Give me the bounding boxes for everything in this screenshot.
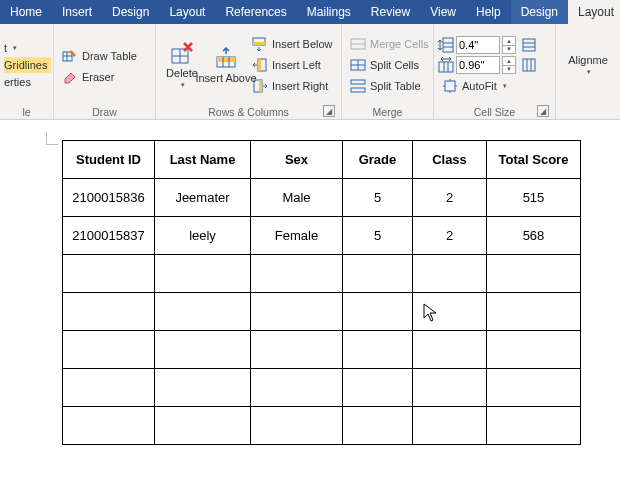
tab-references[interactable]: References bbox=[215, 0, 296, 24]
table-cell[interactable] bbox=[251, 407, 343, 445]
distribute-cols-icon[interactable] bbox=[521, 57, 537, 73]
table-cell[interactable]: 2 bbox=[413, 179, 487, 217]
split-cells-button[interactable]: Split Cells bbox=[346, 55, 433, 75]
svg-rect-24 bbox=[351, 80, 365, 84]
select-button[interactable]: t▾ bbox=[4, 40, 51, 56]
draw-table-button[interactable]: Draw Table bbox=[58, 46, 141, 66]
insert-left-button[interactable]: Insert Left bbox=[248, 55, 337, 75]
tab-table-design[interactable]: Design bbox=[511, 0, 568, 24]
table-cell[interactable] bbox=[155, 407, 251, 445]
alignment-button[interactable]: Alignme▾ bbox=[566, 52, 610, 78]
tab-table-layout[interactable]: Layout bbox=[568, 0, 620, 24]
eraser-button[interactable]: Eraser bbox=[58, 67, 141, 87]
table-cell[interactable] bbox=[487, 331, 581, 369]
table-header[interactable]: Total Score bbox=[487, 141, 581, 179]
properties-button[interactable]: erties bbox=[4, 74, 51, 90]
table-cell[interactable] bbox=[63, 369, 155, 407]
document-area[interactable]: Student IDLast NameSexGradeClassTotal Sc… bbox=[0, 120, 620, 500]
table-row[interactable] bbox=[63, 255, 581, 293]
table-cell[interactable] bbox=[155, 293, 251, 331]
table-cell[interactable] bbox=[343, 369, 413, 407]
autofit-button[interactable]: AutoFit▾ bbox=[438, 76, 537, 96]
table-cell[interactable] bbox=[343, 293, 413, 331]
table-cell[interactable] bbox=[413, 293, 487, 331]
tab-help[interactable]: Help bbox=[466, 0, 511, 24]
table-cell[interactable]: Male bbox=[251, 179, 343, 217]
table-cell[interactable]: 5 bbox=[343, 217, 413, 255]
autofit-icon bbox=[442, 78, 458, 94]
table-header[interactable]: Sex bbox=[251, 141, 343, 179]
table-row[interactable] bbox=[63, 293, 581, 331]
table-cell[interactable] bbox=[251, 255, 343, 293]
table-cell[interactable] bbox=[251, 331, 343, 369]
insert-below-button[interactable]: Insert Below bbox=[248, 34, 337, 54]
table-cell[interactable] bbox=[63, 293, 155, 331]
table-cell[interactable]: Jeemater bbox=[155, 179, 251, 217]
table-cell[interactable] bbox=[487, 407, 581, 445]
table-cell[interactable]: 2100015837 bbox=[63, 217, 155, 255]
table-cell[interactable] bbox=[487, 293, 581, 331]
table-cell[interactable] bbox=[251, 369, 343, 407]
table-cell[interactable] bbox=[155, 331, 251, 369]
table-cell[interactable]: 2 bbox=[413, 217, 487, 255]
row-height-spinner[interactable]: ▲▼ bbox=[502, 36, 516, 54]
table-row[interactable]: 2100015836JeematerMale52515 bbox=[63, 179, 581, 217]
table-header[interactable]: Last Name bbox=[155, 141, 251, 179]
table-cell[interactable]: 5 bbox=[343, 179, 413, 217]
table-cell[interactable] bbox=[413, 331, 487, 369]
tab-layout[interactable]: Layout bbox=[159, 0, 215, 24]
table-cell[interactable] bbox=[343, 255, 413, 293]
table-row[interactable]: 2100015837leelyFemale52568 bbox=[63, 217, 581, 255]
col-width-spinner[interactable]: ▲▼ bbox=[502, 56, 516, 74]
table-cell[interactable]: 568 bbox=[487, 217, 581, 255]
svg-rect-35 bbox=[523, 59, 535, 71]
tab-mailings[interactable]: Mailings bbox=[297, 0, 361, 24]
table-row[interactable] bbox=[63, 407, 581, 445]
tab-review[interactable]: Review bbox=[361, 0, 420, 24]
col-width-icon bbox=[438, 57, 454, 73]
table-cell[interactable] bbox=[251, 293, 343, 331]
table-cell[interactable]: 2100015836 bbox=[63, 179, 155, 217]
table-cell[interactable]: Female bbox=[251, 217, 343, 255]
table-cell[interactable] bbox=[63, 255, 155, 293]
table-cell[interactable] bbox=[63, 331, 155, 369]
distribute-rows-icon[interactable] bbox=[521, 37, 537, 53]
insert-right-button[interactable]: Insert Right bbox=[248, 76, 337, 96]
col-width-input[interactable] bbox=[456, 56, 500, 74]
table-cell[interactable] bbox=[343, 407, 413, 445]
table-header[interactable]: Class bbox=[413, 141, 487, 179]
rows-cols-dialog-launcher[interactable]: ◢ bbox=[323, 105, 335, 117]
table-row[interactable] bbox=[63, 369, 581, 407]
row-height-input[interactable] bbox=[456, 36, 500, 54]
table-header[interactable]: Student ID bbox=[63, 141, 155, 179]
table-cell[interactable] bbox=[413, 407, 487, 445]
cellsize-dialog-launcher[interactable]: ◢ bbox=[537, 105, 549, 117]
table-cell[interactable] bbox=[155, 255, 251, 293]
table-header[interactable]: Grade bbox=[343, 141, 413, 179]
table-cell[interactable] bbox=[487, 255, 581, 293]
table-cell[interactable] bbox=[155, 369, 251, 407]
table-cell[interactable] bbox=[63, 407, 155, 445]
view-gridlines-button[interactable]: Gridlines bbox=[4, 57, 51, 73]
tab-home[interactable]: Home bbox=[0, 0, 52, 24]
table-cell[interactable] bbox=[413, 369, 487, 407]
table-cell[interactable] bbox=[487, 369, 581, 407]
insert-left-icon bbox=[252, 57, 268, 73]
tab-design[interactable]: Design bbox=[102, 0, 159, 24]
table-cell[interactable]: 515 bbox=[487, 179, 581, 217]
group-label-rows-cols: Rows & Columns ◢ bbox=[160, 104, 337, 119]
table-cell[interactable] bbox=[413, 255, 487, 293]
group-alignment: Alignme▾ bbox=[556, 24, 620, 119]
row-height-icon bbox=[438, 37, 454, 53]
insert-above-button[interactable]: Insert Above bbox=[204, 26, 248, 104]
split-table-icon bbox=[350, 78, 366, 94]
table-row[interactable] bbox=[63, 331, 581, 369]
table-cell[interactable] bbox=[343, 331, 413, 369]
split-cells-icon bbox=[350, 57, 366, 73]
table-cell[interactable]: leely bbox=[155, 217, 251, 255]
delete-button[interactable]: Delete▾ bbox=[160, 26, 204, 104]
tab-insert[interactable]: Insert bbox=[52, 0, 102, 24]
split-table-button[interactable]: Split Table bbox=[346, 76, 433, 96]
student-table[interactable]: Student IDLast NameSexGradeClassTotal Sc… bbox=[62, 140, 581, 445]
tab-view[interactable]: View bbox=[420, 0, 466, 24]
